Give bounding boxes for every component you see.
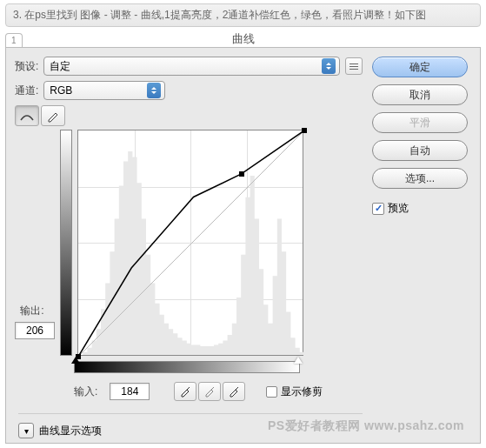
- channel-row: 通道: RGB: [15, 81, 363, 100]
- eyedropper-icon: [203, 385, 216, 398]
- eyedropper-icon: [228, 385, 240, 398]
- watermark: PS爱好者教程网 www.psahz.com: [268, 418, 464, 434]
- button-column: 确定 取消 平滑 自动 选项... 预览: [372, 57, 468, 216]
- eyedropper-group: [174, 382, 245, 401]
- input-label: 输入:: [74, 384, 97, 399]
- input-field[interactable]: [110, 383, 150, 400]
- curve-area: 输出:: [15, 130, 363, 356]
- eyedropper-icon: [179, 385, 191, 398]
- output-gradient: [60, 130, 72, 356]
- curve-pencil-tool[interactable]: [41, 105, 65, 126]
- input-row: 输入: 显示修剪: [74, 382, 363, 401]
- preview-row: 预览: [372, 201, 468, 216]
- channel-select[interactable]: RGB: [43, 81, 165, 100]
- preset-value: 自定: [50, 59, 70, 74]
- instruction-bar: 3. 在ps里找到 图像 - 调整 - 曲线,1提高亮度，2通道补偿红色，绿色，…: [5, 3, 481, 27]
- show-clipping-label: 显示修剪: [281, 384, 323, 399]
- auto-button[interactable]: 自动: [372, 140, 468, 161]
- tab-bar: 1 曲线: [5, 30, 481, 48]
- curve-point-tool[interactable]: [15, 105, 39, 126]
- show-clipping-checkbox[interactable]: [266, 386, 277, 398]
- tab-corner[interactable]: 1: [5, 33, 23, 47]
- white-point-slider[interactable]: [294, 357, 303, 364]
- input-gradient[interactable]: [74, 361, 300, 373]
- channel-value: RGB: [50, 84, 72, 97]
- svg-line-0: [78, 130, 304, 357]
- dialog-title: 曲线: [232, 31, 255, 47]
- cancel-button[interactable]: 取消: [372, 84, 468, 105]
- pencil-icon: [46, 109, 60, 123]
- preset-label: 预设:: [15, 59, 38, 74]
- ok-button[interactable]: 确定: [372, 57, 468, 77]
- dropdown-arrows-icon: [322, 58, 336, 74]
- instruction-text: 3. 在ps里找到 图像 - 调整 - 曲线,1提高亮度，2通道补偿红色，绿色，…: [13, 9, 426, 21]
- chevron-down-icon: ▾: [18, 423, 34, 438]
- show-clipping-row: 显示修剪: [266, 384, 323, 399]
- output-block: 输出:: [15, 130, 55, 339]
- curve-control-point[interactable]: [302, 128, 307, 133]
- output-field[interactable]: [15, 322, 55, 339]
- gray-eyedropper[interactable]: [198, 382, 221, 401]
- curve-line: [78, 130, 304, 357]
- preset-row: 预设: 自定: [15, 57, 363, 76]
- output-label: 输出:: [20, 304, 43, 318]
- preview-label: 预览: [388, 201, 409, 216]
- dropdown-arrows-icon: [147, 83, 161, 98]
- curve-control-point[interactable]: [239, 171, 244, 177]
- curve-icon: [19, 110, 35, 122]
- preview-checkbox[interactable]: [372, 203, 384, 215]
- disclosure-label: 曲线显示选项: [39, 424, 102, 438]
- smooth-button[interactable]: 平滑: [372, 112, 468, 133]
- input-gradient-row: [74, 361, 363, 373]
- white-eyedropper[interactable]: [223, 382, 245, 401]
- curve-graph[interactable]: [77, 130, 303, 356]
- curves-dialog: 预设: 自定 通道: RGB 输出:: [5, 48, 481, 444]
- options-button[interactable]: 选项...: [372, 168, 468, 189]
- black-eyedropper[interactable]: [174, 382, 196, 401]
- preset-menu-icon[interactable]: [345, 57, 363, 75]
- curve-tool-buttons: [15, 105, 363, 126]
- black-point-slider[interactable]: [71, 357, 80, 364]
- preset-select[interactable]: 自定: [43, 57, 340, 76]
- channel-label: 通道:: [15, 84, 38, 98]
